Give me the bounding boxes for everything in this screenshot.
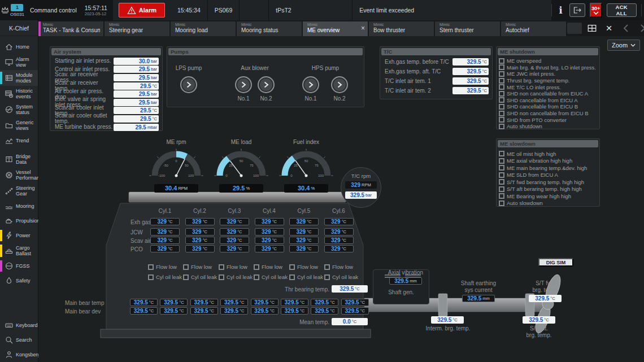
zoom-dropdown[interactable]: Zoom bbox=[607, 40, 640, 51]
checkbox[interactable] bbox=[324, 274, 330, 280]
value-text: 329 bbox=[192, 237, 202, 243]
checkbox[interactable] bbox=[289, 264, 295, 270]
shaft-earthing-label-1: Shaft earthing bbox=[461, 280, 496, 286]
main-bear-temp-6: 329.5°C bbox=[281, 299, 308, 306]
checkbox[interactable] bbox=[148, 264, 154, 270]
sidebar-item-cargo-ballast[interactable]: Cargo Ballast bbox=[0, 243, 38, 259]
checkbox[interactable] bbox=[499, 104, 504, 110]
alarm-count-button[interactable]: 30+ bbox=[590, 3, 602, 18]
checkbox[interactable] bbox=[499, 124, 504, 129]
tab-mooring-load[interactable]: MimicMooring load bbox=[171, 21, 236, 36]
unit-text: °C bbox=[342, 246, 346, 251]
ack-all-button[interactable]: ACK ALL bbox=[607, 3, 637, 17]
dig-sim-button[interactable]: DIG SIM bbox=[538, 258, 573, 267]
pump-symbol-aux-blower-no-1[interactable] bbox=[235, 76, 252, 93]
alarm-button[interactable]: Alarm bbox=[119, 3, 165, 18]
close-all-icon[interactable]: × bbox=[602, 22, 616, 34]
pump-symbol-hps-pump-no-2[interactable] bbox=[331, 76, 348, 93]
checkbox[interactable] bbox=[499, 193, 504, 199]
unit-text: °C bbox=[342, 219, 346, 224]
checkbox[interactable] bbox=[499, 84, 504, 90]
checkbox[interactable] bbox=[499, 91, 504, 97]
sidebar-item-system-status[interactable]: System status bbox=[0, 102, 38, 117]
sidebar-item-trend[interactable]: Trend bbox=[0, 133, 38, 148]
checkbox[interactable] bbox=[499, 78, 504, 84]
checkbox[interactable] bbox=[499, 179, 504, 185]
alarm-condition-row: ME Bearing wear high high bbox=[499, 193, 597, 200]
pump-caption: No.2 bbox=[328, 95, 351, 102]
sidebar-item-alarm-view[interactable]: Alarm view bbox=[0, 54, 38, 70]
sidebar-item-steering-gear[interactable]: Steering Gear bbox=[0, 183, 38, 199]
sidebar-item-generic-views[interactable]: Generic views bbox=[0, 117, 38, 133]
checkbox[interactable] bbox=[289, 274, 295, 280]
command-control-label: Command control bbox=[24, 7, 85, 14]
value-text: 329 bbox=[262, 219, 271, 225]
sidebar-item-vessel-performan[interactable]: Vessel Performan... bbox=[0, 167, 38, 183]
sidebar-item-safety[interactable]: Safety bbox=[0, 273, 38, 288]
checkbox[interactable] bbox=[499, 151, 504, 156]
interm-brg-temp-label: Interm. brg. temp. bbox=[426, 325, 471, 332]
checkbox[interactable] bbox=[499, 111, 504, 116]
sidebar-item-propulsion[interactable]: Propulsion bbox=[0, 213, 38, 228]
info-icon[interactable]: i bbox=[556, 5, 565, 16]
sidebar-item-bridge-data[interactable]: Bridge Data bbox=[0, 151, 38, 167]
value-text: 329.5 bbox=[437, 317, 451, 323]
pump-symbol-hps-pump-no-1[interactable] bbox=[302, 76, 319, 93]
checkbox[interactable] bbox=[499, 71, 504, 77]
sidebar-item-mooring[interactable]: Mooring bbox=[0, 199, 38, 213]
gauge-title: ME load bbox=[210, 139, 272, 145]
gauge-value: 30.4RPM bbox=[154, 184, 198, 193]
sidebar-item-historic-events[interactable]: Historic events bbox=[0, 86, 38, 102]
tab-mooring-status[interactable]: MimicMooring status bbox=[237, 21, 302, 36]
checkbox[interactable] bbox=[254, 264, 259, 270]
cyl-6-exh-gas-value: 329°C bbox=[324, 218, 354, 225]
sign-in-button[interactable] bbox=[569, 3, 585, 17]
checkbox[interactable] bbox=[499, 117, 504, 123]
pump-caption: No.1 bbox=[299, 95, 322, 102]
nav-forward-icon[interactable] bbox=[636, 22, 644, 34]
pump-symbol-aux-blower-no-2[interactable] bbox=[258, 76, 275, 93]
sidebar-item-kongsberg[interactable]: Kongsberg bbox=[0, 347, 38, 362]
tab-stern-thruster[interactable]: MimicStern thruster bbox=[435, 21, 500, 36]
nav-back-icon[interactable] bbox=[619, 22, 633, 34]
tile-windows-icon[interactable] bbox=[585, 22, 599, 34]
sidebar-item-module-modes[interactable]: Module modes bbox=[0, 70, 38, 86]
checkbox[interactable] bbox=[219, 264, 224, 270]
tab-stub-button[interactable] bbox=[567, 23, 582, 34]
tab-close-icon[interactable]: × bbox=[361, 25, 365, 32]
checkbox[interactable] bbox=[499, 158, 504, 164]
checkbox[interactable] bbox=[499, 58, 504, 64]
fgss-icon bbox=[5, 261, 14, 271]
sidebar-item-home[interactable]: Home bbox=[0, 40, 38, 54]
svg-text:50: 50 bbox=[185, 164, 189, 167]
checkbox[interactable] bbox=[499, 186, 504, 192]
tab-task-tank-consumers[interactable]: MimicTASK - Tank & Consumers bbox=[38, 21, 103, 36]
checkbox[interactable] bbox=[254, 274, 259, 280]
checkbox[interactable] bbox=[499, 165, 504, 171]
svg-text:-100: -100 bbox=[158, 174, 166, 177]
checkbox[interactable] bbox=[148, 274, 154, 280]
tab-autochief[interactable]: MimicAutochief bbox=[501, 21, 566, 36]
sidebar-item-power[interactable]: Power bbox=[0, 228, 38, 243]
pump-symbol-lps-pump[interactable] bbox=[180, 76, 197, 93]
cyl-4-exh-gas-value: 329°C bbox=[255, 218, 284, 225]
condition-label: SHD cancellable from EICU A bbox=[507, 97, 578, 103]
cylinder-row-label: Scav air bbox=[130, 238, 151, 244]
shaft-gen-label: Shaft gen. bbox=[373, 289, 429, 295]
checkbox[interactable] bbox=[183, 264, 189, 270]
tc-pressure-value: 329.5bar bbox=[345, 191, 377, 199]
sidebar-item-search[interactable]: Search bbox=[0, 333, 38, 347]
sidebar-item-keyboard[interactable]: Keyboard bbox=[0, 318, 38, 333]
checkbox[interactable] bbox=[183, 274, 189, 280]
checkbox[interactable] bbox=[324, 264, 330, 270]
checkbox[interactable] bbox=[499, 200, 504, 206]
sidebar-item-fgss[interactable]: FGSS bbox=[0, 259, 38, 273]
tab-bow-thruster[interactable]: MimicBow thruster bbox=[369, 21, 434, 36]
checkbox[interactable] bbox=[499, 97, 504, 103]
checkbox[interactable] bbox=[499, 172, 504, 178]
tab-steering-gear[interactable]: MimicSteering gear bbox=[105, 21, 169, 36]
value-text: 29.5 bbox=[233, 185, 245, 191]
tab-me-overview[interactable]: MimicME overview× bbox=[303, 21, 368, 36]
checkbox[interactable] bbox=[499, 64, 504, 70]
checkbox[interactable] bbox=[219, 274, 224, 280]
